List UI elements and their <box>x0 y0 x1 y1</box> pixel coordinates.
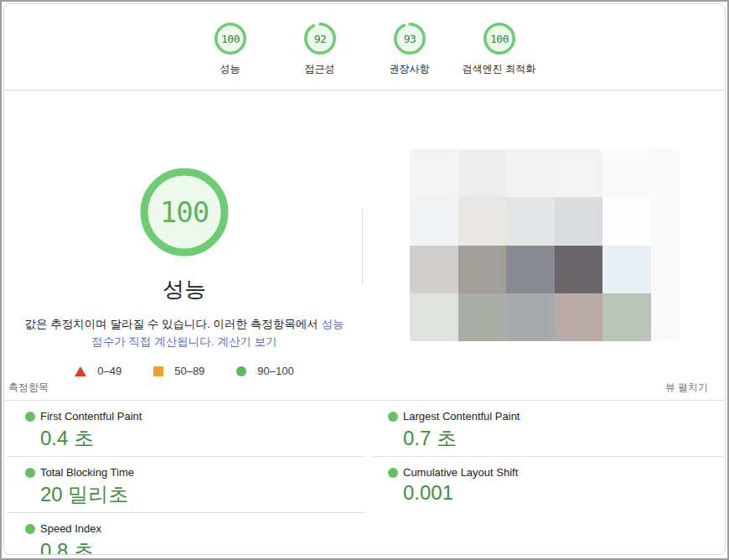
category-label: 검색엔진 최적화 <box>463 62 535 76</box>
metrics-section-label: 측정항목 <box>8 381 49 395</box>
category-label: 권장사항 <box>390 62 430 76</box>
screenshot-pixel-block <box>651 246 680 293</box>
metrics-section-header: 측정항목 뷰 펼치기 <box>4 376 725 401</box>
metric-header: Largest Contentful Paint <box>388 410 725 423</box>
screenshot-pixel-block <box>602 149 651 197</box>
performance-summary-section: 100 성능 값은 추정치이며 달라질 수 있습니다. 이러한 측정항목에서 성… <box>4 91 725 376</box>
report-frame: 100성능92접근성93권장사항100검색엔진 최적화 100 성능 값은 추정… <box>0 0 729 560</box>
screenshot-pixel-block <box>651 293 680 341</box>
metric-pass-dot-icon <box>25 524 35 534</box>
calculator-link[interactable]: 계산기 보기 <box>217 335 277 348</box>
metric-header: Cumulative Layout Shift <box>388 466 725 479</box>
metric-name: Cumulative Layout Shift <box>403 466 518 479</box>
metric-value: 0.8 초 <box>40 537 364 555</box>
legend-range: 50–89 <box>174 365 204 377</box>
screenshot-column <box>364 91 725 376</box>
screenshot-pixel-block <box>410 197 458 245</box>
metrics-grid: First Contentful Paint0.4 초Total Blockin… <box>4 401 725 555</box>
metric-name: Total Blocking Time <box>40 466 134 479</box>
metric-row: Total Blocking Time20 밀리초 <box>7 457 364 513</box>
metric-header: Speed Index <box>25 522 364 535</box>
circle-icon <box>236 366 246 376</box>
screenshot-pixel-block <box>458 246 507 293</box>
score-range-legend: 0–4950–8990–100 <box>4 365 364 377</box>
svg-text:93: 93 <box>403 33 416 45</box>
metric-row: Speed Index0.8 초 <box>7 513 364 555</box>
column-divider <box>362 210 363 285</box>
triangle-icon <box>75 366 86 376</box>
legend-item-triangle: 0–49 <box>75 365 122 377</box>
screenshot-pixel-block <box>458 149 507 197</box>
legend-item-circle: 90–100 <box>236 365 293 377</box>
screenshot-pixel-block <box>555 246 603 293</box>
category-gauge-1[interactable]: 100성능 <box>189 22 272 90</box>
screenshot-pixel-block <box>602 197 651 245</box>
metrics-column-right: Largest Contentful Paint0.7 초Cumulative … <box>364 401 725 513</box>
metric-name: Largest Contentful Paint <box>403 410 520 423</box>
screenshot-pixel-block <box>506 293 555 341</box>
metric-header: Total Blocking Time <box>25 466 364 479</box>
screenshot-pixel-block <box>555 197 603 245</box>
metric-name: First Contentful Paint <box>40 410 142 423</box>
screenshot-pixel-block <box>651 149 680 197</box>
metric-name: Speed Index <box>40 522 101 535</box>
lighthouse-report-card: 100성능92접근성93권장사항100검색엔진 최적화 100 성능 값은 추정… <box>3 3 726 555</box>
metric-pass-dot-icon <box>388 412 398 422</box>
screenshot-pixel-block <box>506 246 555 293</box>
screenshot-pixel-block <box>555 149 603 197</box>
description-text: 값은 추정치이며 달라질 수 있습니다. 이러한 측정항목에서 <box>24 318 321 330</box>
performance-title: 성능 <box>4 275 364 304</box>
screenshot-pixel-block <box>458 197 507 245</box>
metric-row: Cumulative Layout Shift0.001 <box>371 457 725 513</box>
metric-pass-dot-icon <box>388 468 398 478</box>
screenshot-pixel-block <box>506 197 555 245</box>
svg-text:100: 100 <box>160 195 209 229</box>
metric-value: 0.4 초 <box>40 425 364 452</box>
category-gauge-3[interactable]: 93권장사항 <box>368 22 452 90</box>
square-icon <box>153 366 163 376</box>
screenshot-pixel-block <box>410 246 458 293</box>
category-label: 접근성 <box>305 62 335 76</box>
page-screenshot-thumbnail <box>410 149 680 341</box>
screenshot-pixel-block <box>555 293 603 341</box>
performance-description: 값은 추정치이며 달라질 수 있습니다. 이러한 측정항목에서 성능 점수가 직… <box>18 315 350 350</box>
category-gauge-2[interactable]: 92접근성 <box>278 22 362 90</box>
screenshot-pixel-block <box>602 293 651 341</box>
category-label: 성능 <box>220 62 240 76</box>
screenshot-pixel-block <box>506 149 555 197</box>
category-scores-header: 100성능92접근성93권장사항100검색엔진 최적화 <box>4 4 725 91</box>
screenshot-pixel-block <box>410 149 458 197</box>
screenshot-pixel-block <box>410 293 458 341</box>
category-gauge-4[interactable]: 100검색엔진 최적화 <box>458 22 541 90</box>
metric-header: First Contentful Paint <box>25 410 364 423</box>
metric-row: First Contentful Paint0.4 초 <box>7 401 364 457</box>
legend-item-square: 50–89 <box>153 365 204 377</box>
svg-text:100: 100 <box>221 33 240 45</box>
svg-text:100: 100 <box>490 33 509 45</box>
legend-range: 0–49 <box>97 365 122 377</box>
metric-value: 0.7 초 <box>403 425 725 452</box>
screenshot-pixel-block <box>602 246 651 293</box>
svg-text:92: 92 <box>313 33 326 45</box>
screenshot-pixel-block <box>651 197 680 245</box>
expand-view-button[interactable]: 뷰 펼치기 <box>665 381 708 395</box>
metric-pass-dot-icon <box>25 412 35 422</box>
metric-value: 0.001 <box>403 481 725 505</box>
metrics-column-left: First Contentful Paint0.4 초Total Blockin… <box>4 401 364 555</box>
metric-row: Largest Contentful Paint0.7 초 <box>371 401 725 457</box>
metric-pass-dot-icon <box>25 468 35 478</box>
performance-score-gauge: 100 <box>4 168 364 260</box>
legend-range: 90–100 <box>257 365 293 377</box>
metric-value: 20 밀리초 <box>40 481 364 508</box>
performance-score-column: 100 성능 값은 추정치이며 달라질 수 있습니다. 이러한 측정항목에서 성… <box>4 91 364 376</box>
screenshot-pixel-block <box>458 293 507 341</box>
